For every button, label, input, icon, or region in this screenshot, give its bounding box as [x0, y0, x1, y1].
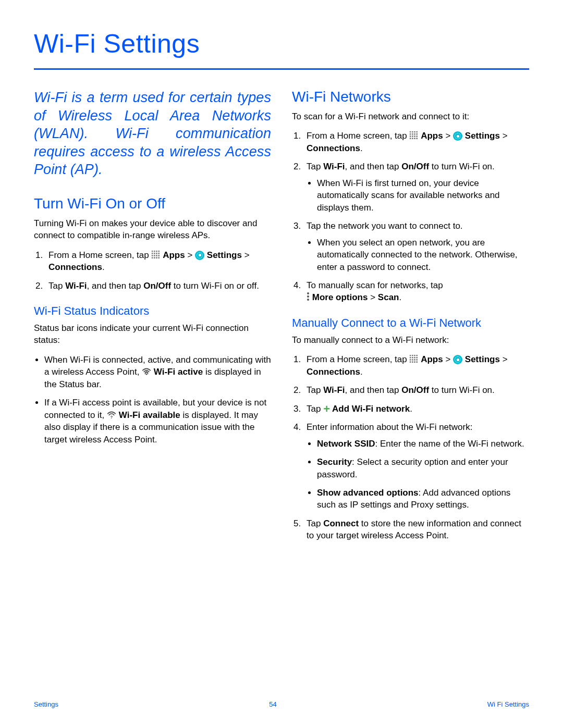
list-item: Security: Select a security option and e… [317, 456, 529, 480]
list-item: Tap the network you want to connect to. … [303, 220, 529, 273]
list-item: If a Wi-Fi access point is available, bu… [44, 397, 271, 446]
manual-description: To manually connect to a Wi-Fi network: [292, 334, 529, 346]
list-item: Network SSID: Enter the name of the Wi-F… [317, 438, 529, 450]
heading-status-indicators: Wi-Fi Status Indicators [34, 304, 271, 318]
manual-steps: From a Home screen, tap Apps > Settings … [292, 353, 529, 541]
status-description: Status bar icons indicate your current W… [34, 322, 271, 347]
apps-icon [151, 250, 160, 259]
heading-wifi-networks: Wi-Fi Networks [292, 89, 529, 105]
scan-description: To scan for a Wi-Fi network and connect … [292, 110, 529, 122]
sub-bullets: When Wi-Fi is first turned on, your devi… [307, 177, 529, 214]
page-title: Wi-Fi Settings [34, 29, 529, 59]
list-item: When Wi-Fi is first turned on, your devi… [317, 177, 529, 214]
left-column: Wi-Fi is a term used for certain types o… [34, 89, 271, 548]
gear-icon [195, 251, 204, 260]
wifi-available-icon: ? [107, 411, 116, 418]
more-options-icon [307, 292, 310, 302]
list-item: Tap Wi-Fi, and then tap On/Off to turn W… [45, 280, 271, 292]
list-item: Tap + Add Wi-Fi network. [303, 403, 529, 415]
gear-icon [453, 355, 462, 364]
sub-bullets: When you select an open network, you are… [307, 237, 529, 273]
turn-wifi-steps: From a Home screen, tap Apps > Settings … [34, 249, 271, 292]
turn-wifi-description: Turning Wi-Fi on makes your device able … [34, 217, 271, 242]
two-column-layout: Wi-Fi is a term used for certain types o… [34, 89, 529, 548]
list-item: Tap Connect to store the new information… [303, 517, 529, 542]
list-item: From a Home screen, tap Apps > Settings … [303, 130, 529, 154]
heading-turn-wifi: Turn Wi-Fi On or Off [34, 195, 271, 212]
network-fields: Network SSID: Enter the name of the Wi-F… [307, 438, 529, 511]
status-bullets: When Wi-Fi is connected, active, and com… [34, 354, 271, 446]
svg-text:?: ? [111, 415, 113, 418]
list-item: When Wi-Fi is connected, active, and com… [44, 354, 271, 390]
intro-paragraph: Wi-Fi is a term used for certain types o… [34, 89, 271, 179]
footer-right: Wi Fi Settings [487, 700, 529, 708]
svg-point-0 [146, 374, 148, 375]
page-footer: Settings 54 Wi Fi Settings [34, 700, 529, 708]
gear-icon [453, 131, 462, 141]
apps-icon [409, 354, 418, 363]
right-column: Wi-Fi Networks To scan for a Wi-Fi netwo… [292, 89, 529, 548]
list-item: Show advanced options: Add advanced opti… [317, 487, 529, 511]
wifi-active-icon [142, 368, 151, 375]
list-item: From a Home screen, tap Apps > Settings … [45, 249, 271, 274]
heading-manual-connect: Manually Connect to a Wi-Fi Network [292, 316, 529, 330]
page: Wi-Fi Settings Wi-Fi is a term used for … [0, 0, 563, 728]
list-item: When you select an open network, you are… [317, 237, 529, 273]
footer-left: Settings [34, 700, 58, 708]
apps-icon [409, 131, 418, 140]
title-rule [34, 68, 529, 70]
scan-steps: From a Home screen, tap Apps > Settings … [292, 130, 529, 303]
footer-page-number: 54 [269, 700, 276, 708]
list-item: Enter information about the Wi-Fi networ… [303, 421, 529, 511]
list-item: Tap Wi-Fi, and then tap On/Off to turn W… [303, 161, 529, 214]
list-item: To manually scan for networks, tap More … [303, 279, 529, 304]
list-item: Tap Wi-Fi, and then tap On/Off to turn W… [303, 384, 529, 396]
list-item: From a Home screen, tap Apps > Settings … [303, 353, 529, 378]
